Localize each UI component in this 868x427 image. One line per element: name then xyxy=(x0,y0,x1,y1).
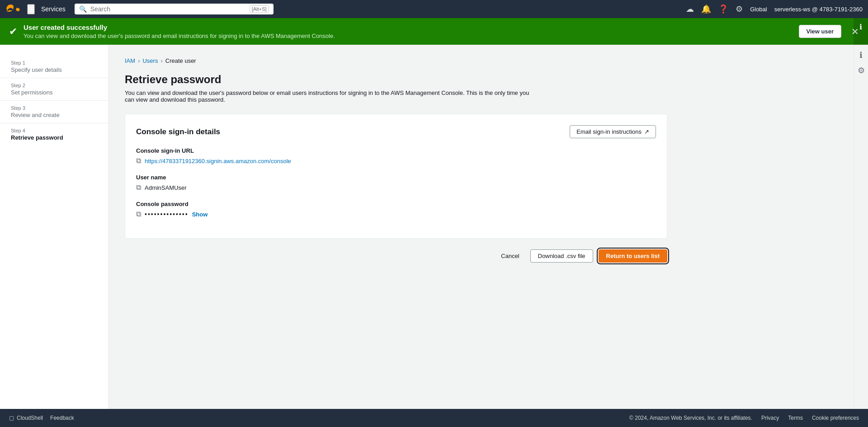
step-3-label: Step 3 xyxy=(11,105,97,111)
step-4-name: Retrieve password xyxy=(11,134,97,141)
username-label: User name xyxy=(136,174,656,181)
search-shortcut: [Alt+S] xyxy=(250,5,269,13)
account-menu[interactable]: serverless-ws @ 4783-7191-2360 xyxy=(774,6,863,13)
grid-menu-icon[interactable]: ⊞ xyxy=(27,4,35,14)
external-link-icon: ↗ xyxy=(644,128,649,135)
region-selector[interactable]: Global xyxy=(750,6,767,13)
search-icon: 🔍 xyxy=(79,5,87,13)
aws-logo xyxy=(5,5,20,14)
services-menu[interactable]: Services xyxy=(41,5,66,13)
username-text: AdminSAMUser xyxy=(145,184,186,191)
main-content: IAM › Users › Create user Retrieve passw… xyxy=(108,45,854,409)
cloud-icon[interactable]: ☁ xyxy=(686,4,694,14)
success-banner: ✔ User created successfully You can view… xyxy=(0,18,868,45)
download-csv-button[interactable]: Download .csv file xyxy=(530,249,593,263)
nav-right: ☁ 🔔 ❓ ⚙ Global serverless-ws @ 4783-7191… xyxy=(686,4,863,14)
step-2-name: Set permissions xyxy=(11,89,97,96)
signin-url-label: Console sign-in URL xyxy=(136,147,656,154)
breadcrumb-sep-2: › xyxy=(160,57,162,64)
return-to-users-button[interactable]: Return to users list xyxy=(599,249,667,263)
terminal-icon: ▢ xyxy=(9,415,14,421)
breadcrumb-current: Create user xyxy=(165,57,196,64)
page-subtitle: You can view and download the user's pas… xyxy=(125,89,532,103)
privacy-link[interactable]: Privacy xyxy=(761,415,779,421)
feedback-link[interactable]: Feedback xyxy=(50,415,74,421)
step-1: Step 1 Specify user details xyxy=(0,56,108,78)
action-bar: Cancel Download .csv file Return to user… xyxy=(125,249,667,263)
footer-left: ▢ CloudShell Feedback xyxy=(9,415,74,421)
banner-info-button[interactable]: ℹ xyxy=(854,18,868,45)
password-value: ⧉ •••••••••••••• Show xyxy=(136,210,656,218)
signin-url-link[interactable]: https://4783371912360.signin.aws.amazon.… xyxy=(145,158,291,164)
breadcrumb-sep-1: › xyxy=(138,57,140,64)
cloudshell-button[interactable]: ▢ CloudShell xyxy=(9,415,43,421)
step-1-label: Step 1 xyxy=(11,60,97,66)
banner-content: User created successfully You can view a… xyxy=(24,23,793,39)
password-dots: •••••••••••••• xyxy=(145,211,189,218)
cloudshell-label: CloudShell xyxy=(17,415,43,421)
search-bar: 🔍 [Alt+S] xyxy=(75,4,274,14)
step-4: Step 4 Retrieve password xyxy=(0,123,108,145)
settings-icon[interactable]: ⚙ xyxy=(736,4,743,14)
footer: ▢ CloudShell Feedback © 2024, Amazon Web… xyxy=(0,409,868,427)
step-3-name: Review and create xyxy=(11,112,97,118)
bell-icon[interactable]: 🔔 xyxy=(701,4,711,14)
copy-username-icon[interactable]: ⧉ xyxy=(136,183,141,192)
email-instructions-label: Email sign-in instructions xyxy=(576,128,642,135)
side-info-icon[interactable]: ℹ xyxy=(859,50,863,60)
footer-right: © 2024, Amazon Web Services, Inc. or its… xyxy=(629,415,859,421)
footer-copyright: © 2024, Amazon Web Services, Inc. or its… xyxy=(629,415,752,421)
top-navigation: ⊞ Services 🔍 [Alt+S] ☁ 🔔 ❓ ⚙ Global serv… xyxy=(0,0,868,18)
step-4-label: Step 4 xyxy=(11,128,97,133)
cancel-button[interactable]: Cancel xyxy=(495,250,524,262)
side-settings-icon[interactable]: ⚙ xyxy=(858,66,865,75)
banner-subtitle: You can view and download the user's pas… xyxy=(24,33,793,39)
steps-sidebar: Step 1 Specify user details Step 2 Set p… xyxy=(0,45,108,409)
copy-url-icon[interactable]: ⧉ xyxy=(136,157,141,165)
email-instructions-button[interactable]: Email sign-in instructions ↗ xyxy=(570,125,656,138)
breadcrumb: IAM › Users › Create user xyxy=(125,57,837,64)
username-field: User name ⧉ AdminSAMUser xyxy=(136,174,656,192)
step-1-name: Specify user details xyxy=(11,66,97,73)
step-2-label: Step 2 xyxy=(11,83,97,88)
banner-title: User created successfully xyxy=(24,23,793,31)
breadcrumb-iam[interactable]: IAM xyxy=(125,57,135,64)
signin-url-value: ⧉ https://4783371912360.signin.aws.amazo… xyxy=(136,157,656,165)
terms-link[interactable]: Terms xyxy=(788,415,803,421)
search-input[interactable] xyxy=(90,5,246,13)
console-signin-card: Console sign-in details Email sign-in in… xyxy=(125,114,667,239)
page-title: Retrieve password xyxy=(125,73,837,86)
card-title: Console sign-in details xyxy=(136,127,220,136)
signin-url-field: Console sign-in URL ⧉ https://4783371912… xyxy=(136,147,656,165)
password-field: Console password ⧉ •••••••••••••• Show xyxy=(136,201,656,218)
step-2: Step 2 Set permissions xyxy=(0,78,108,101)
page-body: Step 1 Specify user details Step 2 Set p… xyxy=(0,45,868,409)
help-icon[interactable]: ❓ xyxy=(718,4,728,14)
copy-password-icon[interactable]: ⧉ xyxy=(136,210,141,218)
username-value: ⧉ AdminSAMUser xyxy=(136,183,656,192)
card-header: Console sign-in details Email sign-in in… xyxy=(136,125,656,138)
show-password-link[interactable]: Show xyxy=(192,211,208,218)
breadcrumb-users[interactable]: Users xyxy=(142,57,158,64)
step-3: Step 3 Review and create xyxy=(0,101,108,123)
view-user-button[interactable]: View user xyxy=(799,25,841,38)
check-icon: ✔ xyxy=(9,26,17,38)
side-info-panel: ℹ ⚙ xyxy=(854,45,868,409)
cookie-link[interactable]: Cookie preferences xyxy=(812,415,859,421)
password-label: Console password xyxy=(136,201,656,207)
